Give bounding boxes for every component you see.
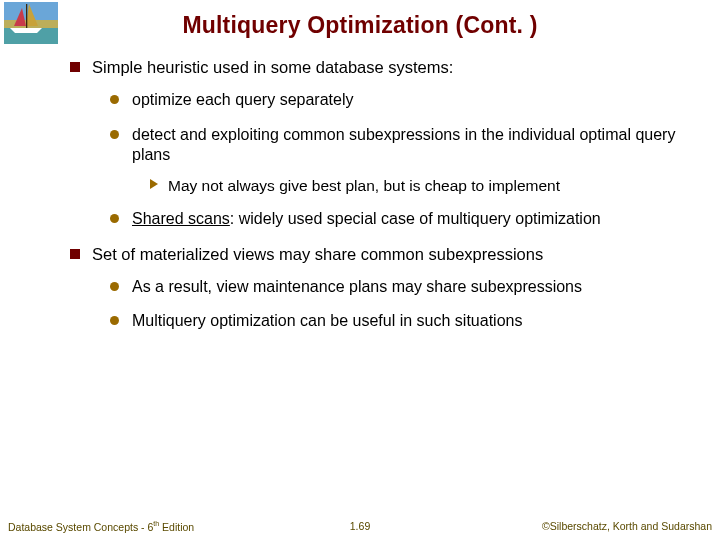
footer-left-pre: Database System Concepts - 6 <box>8 520 153 532</box>
bullet-optimize-separately: optimize each query separately <box>110 90 682 110</box>
bullet-not-best-plan: May not always give best plan, but is ch… <box>150 176 682 196</box>
bullet-materialized-views: Set of materialized views may share comm… <box>70 244 682 332</box>
slide-footer: Database System Concepts - 6th Edition 1… <box>0 520 720 533</box>
bullet-text: detect and exploiting common subexpressi… <box>132 126 675 163</box>
footer-copyright: ©Silberschatz, Korth and Sudarshan <box>542 520 712 533</box>
footer-left: Database System Concepts - 6th Edition <box>8 520 194 533</box>
svg-marker-6 <box>10 28 42 33</box>
bullet-text: Set of materialized views may share comm… <box>92 245 543 263</box>
svg-rect-5 <box>26 4 27 30</box>
bullet-view-maintenance: As a result, view maintenance plans may … <box>110 277 682 297</box>
sailboat-logo <box>4 2 58 44</box>
footer-left-post: Edition <box>159 520 194 532</box>
bullet-text: : widely used special case of multiquery… <box>230 210 601 227</box>
bullet-heuristic: Simple heuristic used in some database s… <box>70 57 682 230</box>
slide-title: Multiquery Optimization (Cont. ) <box>0 0 720 49</box>
footer-page-number: 1.69 <box>350 520 370 532</box>
bullet-useful-situations: Multiquery optimization can be useful in… <box>110 311 682 331</box>
bullet-detect-subexpr: detect and exploiting common subexpressi… <box>110 125 682 196</box>
shared-scans-term: Shared scans <box>132 210 230 227</box>
bullet-shared-scans: Shared scans: widely used special case o… <box>110 209 682 229</box>
slide-content: Simple heuristic used in some database s… <box>0 49 720 332</box>
bullet-text: Simple heuristic used in some database s… <box>92 58 453 76</box>
